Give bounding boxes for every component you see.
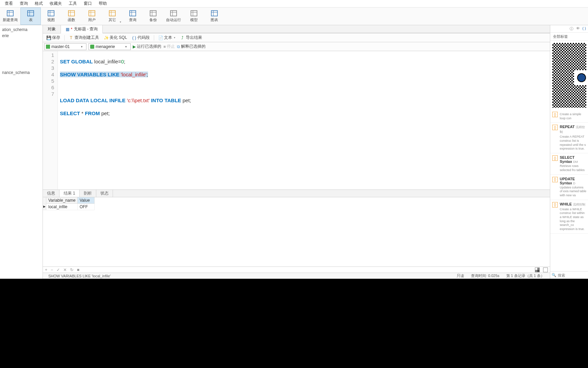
snippets-title: 全部标签 (550, 33, 588, 41)
snippet-icon: {} (552, 125, 558, 130)
snippet-item[interactable]: {} Create a simple loop con (550, 110, 588, 123)
db-tree-item[interactable] (0, 39, 43, 45)
snippet-item[interactable]: {}REPEAT 流程控制Create A REPEAT construc li… (550, 123, 588, 153)
apply-button[interactable]: ✓ (56, 267, 60, 272)
svg-rect-3 (28, 11, 34, 16)
ribbon-自动运行[interactable]: 自动运行 (163, 7, 184, 25)
dirty-indicator: * (71, 27, 72, 32)
db-tree-item[interactable]: ation_schema (0, 27, 43, 33)
code-area[interactable]: SET GLOBAL local_infile=0; SHOW VARIABLE… (58, 51, 550, 189)
connection-bar: master-01 ▾ menagerie ▾ ▶运行已选择的 ■停止 ⧉解释已… (43, 42, 550, 51)
database-select[interactable]: menagerie ▾ (88, 43, 131, 50)
status-records: 第 1 条记录（共 1 条） (503, 273, 548, 278)
cancel-edit-button[interactable]: ✕ (63, 267, 67, 272)
wand-icon: ✨ (104, 35, 109, 40)
results-tab-3[interactable]: 状态 (96, 190, 113, 197)
results-tab-0[interactable]: 信息 (43, 190, 60, 197)
stop-button[interactable]: ■停止 (163, 44, 175, 49)
col-variable-name[interactable]: Variable_name (46, 197, 78, 204)
results-tab-1[interactable]: 结果 1 (60, 190, 80, 197)
results-tabs: 信息结果 1剖析状态 (43, 190, 550, 197)
menu-window[interactable]: 窗口 (80, 1, 95, 6)
sql-editor[interactable]: 1234567 SET GLOBAL local_infile=0; SHOW … (43, 51, 550, 189)
ribbon-toolbar: 新建查询表视图函数用户其它▾查询备份自动运行模型图表 (0, 7, 588, 25)
form-view-button[interactable] (543, 267, 548, 272)
ribbon-其它[interactable]: 其它▾ (102, 7, 122, 25)
run-selected-button[interactable]: ▶运行已选择的 (133, 44, 161, 49)
results-grid[interactable]: Variable_name Value ▶ local_infile OFF (43, 197, 550, 266)
play-icon: ▶ (133, 44, 136, 49)
db-tree-item[interactable] (0, 51, 43, 57)
ribbon-用户[interactable]: 用户 (82, 7, 102, 25)
remove-row-button[interactable]: − (51, 267, 53, 272)
query-builder-button[interactable]: T查询创建工具 (67, 35, 101, 41)
snippet-item[interactable]: {}SELECT Syntax DMRetrieve rows selected… (550, 153, 588, 174)
add-row-button[interactable]: + (45, 267, 47, 272)
snippets-panel: ⓘ 👁 ( ) 全部标签 {} Create a simple loop con… (550, 25, 588, 279)
col-value[interactable]: Value (78, 197, 95, 204)
save-button[interactable]: 💾保存 (44, 35, 62, 41)
grid-view-button[interactable] (535, 267, 540, 272)
line-gutter: 1234567 (43, 51, 58, 189)
svg-rect-12 (89, 11, 95, 16)
ribbon-icon (88, 10, 96, 17)
brackets-toggle-icon[interactable]: ( ) (583, 26, 586, 31)
menu-view[interactable]: 查看 (1, 1, 16, 6)
snippet-icon: {} (552, 177, 558, 182)
ribbon-图表[interactable]: 图表 (204, 7, 225, 25)
info-icon[interactable]: ⓘ (570, 26, 573, 31)
text-button[interactable]: 📄文本▾ (156, 35, 177, 41)
menu-tools[interactable]: 工具 (65, 1, 80, 6)
explain-button[interactable]: ⧉解释已选择的 (177, 44, 206, 49)
snippet-search-input[interactable] (558, 273, 587, 277)
database-icon (90, 45, 94, 49)
snippet-item[interactable]: {}UPDATE Syntax DUpdates columns of exis… (550, 175, 588, 200)
export-button[interactable]: ⤴导出结果 (178, 35, 204, 41)
ribbon-备份[interactable]: 备份 (143, 7, 163, 25)
tab-query-untitled[interactable]: ▦ * 无标题 - 查询 (61, 25, 103, 33)
ribbon-函数[interactable]: 函数 (61, 7, 82, 25)
status-time: 查询时间: 0.025s (468, 273, 503, 278)
db-tree-item[interactable]: nance_schema (0, 70, 43, 76)
menu-help[interactable]: 帮助 (95, 1, 110, 6)
snippet-button[interactable]: ( )代码段 (130, 35, 152, 41)
database-tree[interactable]: ation_schemaerie nance_schema (0, 25, 43, 279)
snippet-item[interactable]: {}WHILE 流程控制Create a WHILE construc list… (550, 200, 588, 234)
db-tree-item[interactable] (0, 45, 43, 51)
db-tree-item[interactable] (0, 57, 43, 63)
save-icon: 💾 (46, 35, 51, 40)
query-tab-icon: ▦ (66, 27, 69, 32)
ribbon-icon (109, 10, 116, 17)
svg-rect-30 (211, 11, 217, 16)
result-row[interactable]: ▶ local_infile OFF (43, 204, 550, 210)
results-tab-2[interactable]: 剖析 (80, 190, 96, 197)
eye-icon[interactable]: 👁 (576, 26, 580, 31)
connection-icon (46, 45, 50, 49)
snippet-search[interactable]: 🔍 (550, 271, 588, 279)
ribbon-新建查询[interactable]: 新建查询 (0, 7, 20, 25)
tab-label: 无标题 - 查询 (74, 26, 98, 32)
search-icon: 🔍 (552, 273, 556, 277)
ribbon-查询[interactable]: 查询 (122, 7, 143, 25)
menu-format[interactable]: 格式 (31, 1, 46, 6)
brackets-icon: ( ) (132, 35, 136, 40)
ribbon-icon (6, 10, 14, 17)
refresh-button[interactable]: ↻ (70, 267, 74, 272)
tab-objects[interactable]: 对象 (43, 25, 61, 33)
ribbon-视图[interactable]: 视图 (41, 7, 61, 25)
ribbon-模型[interactable]: 模型 (184, 7, 204, 25)
ribbon-icon (149, 10, 157, 17)
stop-load-button[interactable]: ■ (77, 267, 79, 272)
db-tree-item[interactable] (0, 63, 43, 70)
status-query: SHOW VARIABLES LIKE 'local_infile' (45, 274, 114, 278)
svg-rect-21 (150, 11, 156, 16)
db-tree-item[interactable]: erie (0, 33, 43, 39)
ribbon-icon (170, 10, 177, 17)
connection-select[interactable]: master-01 ▾ (44, 43, 86, 50)
beautify-button[interactable]: ✨美化 SQL (102, 35, 129, 41)
bottom-black-area (0, 279, 588, 368)
menu-query[interactable]: 查询 (16, 1, 31, 6)
export-icon: ⤴ (180, 35, 185, 40)
menu-favorites[interactable]: 收藏夹 (46, 1, 65, 6)
ribbon-表[interactable]: 表 (20, 7, 41, 25)
